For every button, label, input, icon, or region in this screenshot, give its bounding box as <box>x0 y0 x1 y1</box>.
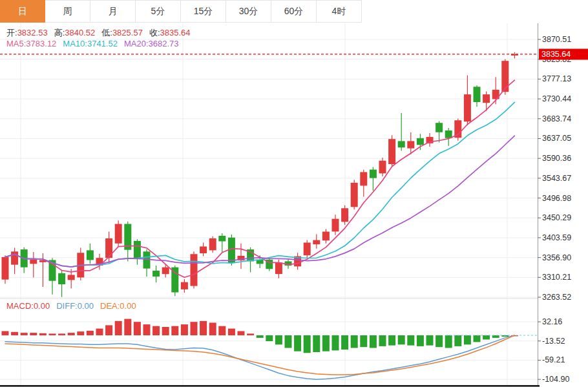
macd-hist-bar <box>445 335 452 348</box>
macd-hist-bar <box>294 335 301 351</box>
candle <box>464 94 471 121</box>
candle <box>275 262 282 274</box>
price-axis-label: 3403.59 <box>542 233 571 242</box>
macd-hist-bar <box>87 331 94 335</box>
tab-15min[interactable]: 15分 <box>181 0 226 23</box>
macd-axis-label: -104.90 <box>542 375 569 384</box>
tab-month[interactable]: 月 <box>90 0 136 23</box>
candle <box>341 208 348 222</box>
chart-canvas[interactable] <box>0 0 588 387</box>
legend-item: MA10:3741.52 <box>63 39 118 48</box>
candle <box>152 271 160 277</box>
macd-hist-bar <box>351 335 358 348</box>
macd-hist-bar <box>313 335 320 352</box>
macd-hist-bar <box>275 335 282 344</box>
candle <box>143 251 151 268</box>
candle <box>2 257 9 280</box>
legend-item: 低:3825.57 <box>101 28 143 37</box>
candle <box>379 161 386 174</box>
macd-hist-bar <box>285 335 292 348</box>
macd-hist-bar <box>181 324 188 335</box>
candle <box>115 224 122 244</box>
macd-hist-bar <box>191 322 198 335</box>
bottom-border <box>0 385 540 387</box>
macd-hist-bar <box>96 329 103 335</box>
candle <box>407 141 414 148</box>
macd-hist-bar <box>304 335 311 353</box>
macd-hist-bar <box>322 335 330 351</box>
tab-30min[interactable]: 30分 <box>226 0 271 23</box>
macd-hist-bar <box>77 331 84 335</box>
price-axis-label: 3683.74 <box>542 114 571 123</box>
macd-hist-bar <box>492 335 499 338</box>
macd-hist-bar <box>21 333 28 335</box>
macd-hist-bar <box>388 335 395 346</box>
price-axis-label: 3870.51 <box>542 35 571 44</box>
macd-hist-bar <box>209 323 216 336</box>
price-axis-label: 3730.44 <box>542 94 571 103</box>
candle <box>209 238 216 250</box>
macd-hist-bar <box>143 324 151 335</box>
price-axis-label: 3310.21 <box>542 273 571 282</box>
macd-hist-bar <box>49 333 56 335</box>
macd-hist-bar <box>436 335 443 347</box>
macd-hist-bar <box>68 333 75 335</box>
macd-axis-label: -13.52 <box>542 337 565 346</box>
current-price-badge: 3835.64 <box>539 48 588 59</box>
macd-readout: MACD:0.00DIFF:0.00DEA:0.00 <box>6 301 143 311</box>
macd-hist-bar <box>379 335 386 346</box>
tab-day[interactable]: 日 <box>0 0 45 23</box>
macd-hist-bar <box>30 333 37 335</box>
tab-5min[interactable]: 5分 <box>136 0 181 23</box>
candle <box>313 240 320 245</box>
macd-hist-bar <box>124 319 131 335</box>
macd-hist-bar <box>152 326 160 335</box>
macd-hist-bar <box>426 335 434 346</box>
legend-item: 高:3840.52 <box>54 28 96 37</box>
macd-hist-bar <box>58 333 65 335</box>
tab-week[interactable]: 周 <box>45 0 90 23</box>
legend-item: MACD:0.00 <box>6 301 50 311</box>
candle <box>228 238 235 263</box>
candle <box>218 236 226 242</box>
candle <box>304 243 311 256</box>
candle <box>105 238 112 258</box>
macd-hist-bar <box>474 335 481 342</box>
candle <box>436 123 443 132</box>
candle <box>191 254 198 286</box>
tab-60min[interactable]: 60分 <box>271 0 317 23</box>
tab-4hour[interactable]: 4时 <box>317 0 362 23</box>
price-axis-label: 3543.67 <box>542 174 571 183</box>
candle <box>58 273 65 284</box>
price-axis-label: 3496.98 <box>542 194 571 203</box>
macd-hist-bar <box>247 333 254 335</box>
macd-hist-bar <box>483 335 490 340</box>
candle <box>30 260 37 264</box>
candle <box>501 61 509 92</box>
candle <box>351 183 358 207</box>
tab-bar: 日周月5分15分30分60分4时 <box>0 0 362 23</box>
candle <box>417 138 424 145</box>
legend-item: DEA:0.00 <box>100 301 136 311</box>
ma-readout: MA5:3783.12MA10:3741.52MA20:3682.73 <box>6 39 185 48</box>
price-axis-label: 3637.05 <box>542 134 571 143</box>
candle <box>181 282 188 289</box>
price-axis-label: 3590.36 <box>542 154 571 163</box>
candle <box>370 170 377 178</box>
candle <box>322 232 330 241</box>
candle <box>134 241 141 259</box>
macd-hist-bar <box>105 325 112 335</box>
macd-hist-bar <box>39 333 47 335</box>
legend-item: 开:3832.53 <box>6 28 48 37</box>
candle <box>87 250 94 260</box>
macd-hist-bar <box>417 335 424 346</box>
price-axis-label: 3777.13 <box>542 74 571 83</box>
candle <box>200 247 207 254</box>
ohlc-readout: 开:3832.53高:3840.52低:3825.57收:3835.64 <box>6 27 197 39</box>
candle <box>332 219 339 232</box>
candle <box>398 141 405 147</box>
macd-hist-bar <box>134 322 141 335</box>
price-axis-label: 3263.52 <box>542 293 571 302</box>
macd-hist-bar <box>398 335 405 344</box>
macd-hist-bar <box>11 332 18 335</box>
